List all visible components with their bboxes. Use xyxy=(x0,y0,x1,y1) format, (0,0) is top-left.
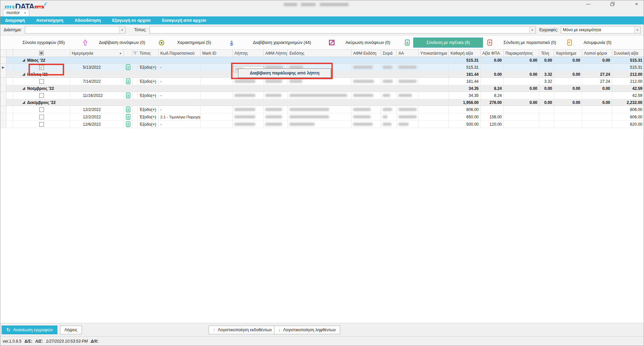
group-agg-loipoi: 27.24 xyxy=(582,71,612,77)
cell-ypok xyxy=(419,78,449,85)
cell-xart xyxy=(554,78,582,85)
minimize-button[interactable]: — xyxy=(583,1,593,7)
row-checkbox[interactable] xyxy=(39,122,44,127)
column-header-ekdotis[interactable]: Εκδότης xyxy=(288,50,352,57)
group-label: Νοέμβριος '22 xyxy=(6,85,449,92)
column-header-filt[interactable] xyxy=(132,50,138,57)
cell-afml-redacted xyxy=(264,121,288,128)
column-header-typos[interactable]: Τύπος xyxy=(138,50,159,57)
column-header-seira[interactable]: Σειρά xyxy=(381,50,397,57)
dx-label: Δ/Χ: xyxy=(91,339,98,344)
cell-filter xyxy=(132,113,138,120)
type-combobox[interactable]: ▼ xyxy=(150,26,536,34)
summary-bar: Σύνολο εγγραφών (55) Διαβίβαση συνόψεων … xyxy=(0,36,644,50)
summary-mydata-connection-button[interactable]: Σύνδεση με myData (6) xyxy=(413,38,483,48)
post-received-button[interactable]: ↓ Λογιστικοποίηση ληφθέντων xyxy=(274,326,340,334)
row-checkbox[interactable] xyxy=(39,115,44,119)
group-agg-kathari: 181.44 xyxy=(449,71,481,77)
row-checkbox[interactable] xyxy=(39,79,44,84)
column-header-markid[interactable]: Mark ID xyxy=(201,50,233,57)
redacted-data xyxy=(398,66,417,69)
column-header-loipoi[interactable]: Λοιποί φόροι xyxy=(582,50,612,57)
row-checkbox[interactable] xyxy=(39,93,44,98)
redacted-data xyxy=(383,123,391,126)
downloads-button[interactable]: Λήψεις xyxy=(60,326,82,334)
post-issued-button[interactable]: ↑ Λογιστικοποίηση εκδοθέντων xyxy=(209,326,276,334)
summary-submit-characterizations[interactable]: Διαβίβαση χαρακτηρισμών (44) xyxy=(253,36,311,50)
group-agg-synoliki: 515.31 xyxy=(612,57,644,63)
summary-document-connection[interactable]: Σύνδεση με παραστατικό (0) xyxy=(503,36,556,50)
interval-combobox[interactable]: ▼ xyxy=(25,26,125,34)
cell-liptis-redacted xyxy=(233,113,264,120)
cell-parakr xyxy=(504,113,539,120)
column-header-afml[interactable]: ΑΦΜ Λήπτη xyxy=(264,50,288,57)
group-expand-icon[interactable] xyxy=(22,87,25,90)
menu-item-matching[interactable]: Αντιστοίχηση xyxy=(36,18,63,23)
row-checkbox[interactable] xyxy=(39,107,44,112)
cell-seira-redacted xyxy=(381,113,397,120)
data-row[interactable]: 12/6/2022Έξοδο(+)-500.00120.00620.00 xyxy=(0,121,644,128)
column-header-indent[interactable] xyxy=(6,50,13,57)
summary-cancel-summaries[interactable]: Ακύρωση συνόψεων (0) xyxy=(345,36,390,50)
group-expand-icon[interactable] xyxy=(22,73,25,76)
cell-typos: Έξοδο(+) xyxy=(138,92,159,99)
cell-kathari: 806.00 xyxy=(449,106,481,113)
cell-aa-redacted xyxy=(397,113,419,120)
column-header-teli[interactable]: Τέλη xyxy=(539,50,554,57)
records-combobox[interactable]: Μόνο με εκκρεμότητα ▼ xyxy=(561,26,641,34)
column-header-kathari[interactable]: Καθαρή αξία xyxy=(449,50,481,57)
group-expand-icon[interactable] xyxy=(22,59,25,62)
menu-item-import-file[interactable]: Εισαγωγή από αρχείο xyxy=(162,18,206,23)
group-row[interactable]: Δεκέμβριος '221,956.00276.000.000.000.00… xyxy=(0,99,644,106)
menu-item-export-file[interactable]: Εξαγωγή σε αρχείο xyxy=(112,18,151,23)
redacted-data xyxy=(383,108,392,111)
chevron-down-icon[interactable]: ▼ xyxy=(634,27,640,33)
column-header-date[interactable]: Ημερομηνία▲ xyxy=(70,50,124,57)
column-header-gutter[interactable] xyxy=(0,50,6,57)
tab-close-icon[interactable]: × xyxy=(24,11,26,15)
doc-arrow-orange-icon xyxy=(567,36,572,50)
chevron-down-icon[interactable]: ▼ xyxy=(529,27,535,33)
summary-characterizations[interactable]: Χαρακτηρισμοί (5) xyxy=(177,36,211,50)
column-header-kod[interactable]: Κωδ.Παραστατικού xyxy=(159,50,201,57)
restore-button[interactable] xyxy=(607,1,618,7)
group-agg-teli: 0.00 xyxy=(539,99,554,106)
column-header-xart[interactable]: Χαρτόσημα xyxy=(554,50,582,57)
column-header-synoliki[interactable]: Συνολική αξία xyxy=(612,50,644,57)
data-row[interactable]: 12/2/2022Έξοδο(+)-806.00806.00 xyxy=(0,106,644,113)
redacted-data xyxy=(234,115,255,118)
group-agg-kathari: 1,956.00 xyxy=(449,99,481,106)
row-indent xyxy=(6,64,13,71)
group-expand-icon[interactable] xyxy=(22,101,25,104)
select-all-checkbox[interactable] xyxy=(39,51,44,55)
filter-funnel-icon xyxy=(133,51,137,55)
column-header-ypok[interactable]: Υποκατάστημα xyxy=(419,50,449,57)
data-row[interactable]: 11/16/2022Έξοδο(+)-34.358.2442.59 xyxy=(0,92,644,99)
cell-afme-redacted xyxy=(352,78,381,85)
tab-monitor[interactable]: monitor × xyxy=(3,9,29,16)
column-header-liptis[interactable]: Λήπτης xyxy=(233,50,264,57)
cell-kod: - xyxy=(159,106,201,113)
cell-parakr xyxy=(504,92,539,99)
refresh-records-button[interactable]: ↻ Ανανέωση εγγραφών xyxy=(2,326,57,334)
column-header-parakr[interactable]: Παρακρατήσεις xyxy=(504,50,539,57)
row-indent xyxy=(6,121,13,128)
data-row[interactable]: 12/2/2022Έξοδο(+)2.1 - Τιμολόγιο Παροχής… xyxy=(0,113,644,121)
summary-total-records[interactable]: Σύνολο εγγραφών (55) xyxy=(22,36,65,50)
menu-item-licensing[interactable]: Αδειοδότηση xyxy=(75,18,101,23)
column-header-fpa[interactable]: Αξία ΦΠΑ xyxy=(481,50,504,57)
summary-submit-summaries[interactable]: Διαβίβαση συνόψεων (0) xyxy=(99,36,145,50)
close-button[interactable]: × xyxy=(632,1,642,7)
column-header-aa[interactable]: ΑΑ xyxy=(397,50,419,57)
chevron-down-icon[interactable]: ▼ xyxy=(119,27,125,33)
column-header-afme[interactable]: ΑΦΜ Εκδότη xyxy=(352,50,381,57)
column-header-check[interactable] xyxy=(13,50,70,57)
group-row[interactable]: Νοέμβριος '2234.358.240.000.000.000.0042… xyxy=(0,85,644,92)
cell-teli: 3.32 xyxy=(539,78,554,85)
redacted-data xyxy=(353,123,373,126)
menu-item-delete[interactable]: Διαγραφή xyxy=(5,18,25,23)
column-header-icon[interactable] xyxy=(124,50,132,57)
tab-strip: monitor × xyxy=(0,8,644,16)
summary-mismatch[interactable]: Ασυμφωνία (0) xyxy=(584,36,611,50)
tab-label: monitor xyxy=(6,10,20,15)
